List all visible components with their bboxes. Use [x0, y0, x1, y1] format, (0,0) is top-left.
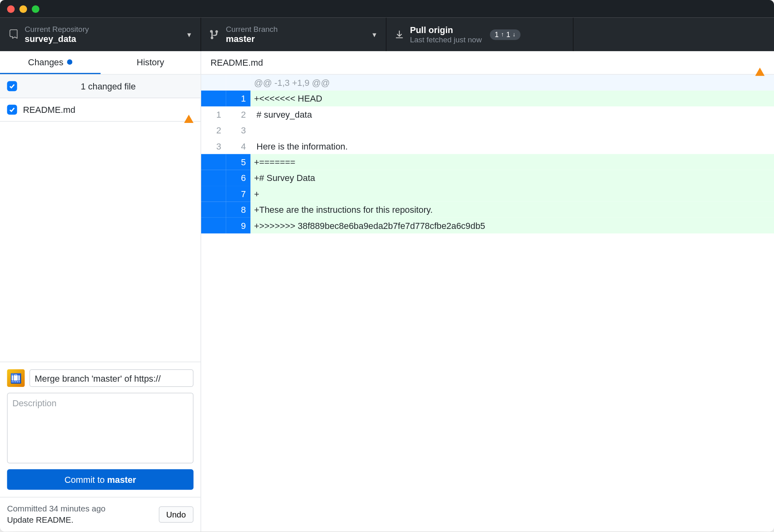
- changed-files-count: 1 changed file: [23, 81, 194, 91]
- maximize-icon[interactable]: [32, 5, 40, 12]
- diff-line[interactable]: 12 # survey_data: [201, 106, 774, 122]
- arrow-down-icon: ↓: [513, 31, 516, 37]
- diff-line[interactable]: 1+<<<<<<< HEAD: [201, 91, 774, 106]
- diff-pane: README.md @@ -1,3 +1,9 @@1+<<<<<<< HEAD1…: [201, 51, 774, 532]
- app-window: Current Repository survey_data ▼ Current…: [0, 0, 774, 532]
- pull-title: Pull origin: [410, 25, 482, 35]
- minimize-icon[interactable]: [19, 5, 27, 12]
- diff-hunk-header: @@ -1,3 +1,9 @@: [201, 75, 774, 90]
- file-checkbox[interactable]: [7, 105, 17, 115]
- file-name: README.md: [23, 105, 178, 115]
- toolbar: Current Repository survey_data ▼ Current…: [0, 18, 774, 51]
- arrow-up-icon: ↑: [501, 31, 504, 37]
- commit-description-input[interactable]: [7, 393, 194, 463]
- file-list: README.md: [0, 98, 201, 122]
- behind-count: 1: [495, 30, 499, 38]
- download-icon: [395, 30, 404, 39]
- branch-label: Current Branch: [226, 25, 278, 34]
- diff-filename: README.md: [210, 58, 263, 68]
- file-row[interactable]: README.md: [0, 98, 201, 122]
- titlebar: [0, 0, 774, 18]
- ahead-behind-badge: 1↑ 1↓: [490, 29, 520, 39]
- commit-button[interactable]: Commit to master: [7, 470, 194, 490]
- diff-line[interactable]: 5+=======: [201, 154, 774, 170]
- branch-selector[interactable]: Current Branch master ▼: [201, 18, 387, 51]
- pull-subtitle: Last fetched just now: [410, 35, 482, 44]
- repo-value: survey_data: [25, 34, 89, 44]
- diff-line[interactable]: 7+: [201, 186, 774, 202]
- chevron-down-icon: ▼: [360, 31, 378, 38]
- commit-button-prefix: Commit to: [64, 475, 107, 485]
- branch-icon: [209, 29, 220, 39]
- commit-summary-input[interactable]: [29, 370, 194, 387]
- diff-line[interactable]: 34 Here is the information.: [201, 138, 774, 154]
- warning-icon: [184, 105, 194, 115]
- pull-button[interactable]: Pull origin Last fetched just now 1↑ 1↓: [387, 18, 574, 51]
- last-commit-message: Update README.: [7, 515, 152, 526]
- tab-changes-label: Changes: [28, 57, 64, 67]
- repo-label: Current Repository: [25, 25, 89, 34]
- chevron-down-icon: ▼: [174, 31, 192, 38]
- undo-button[interactable]: Undo: [158, 506, 194, 523]
- tab-changes[interactable]: Changes: [0, 51, 100, 74]
- repo-icon: [8, 29, 19, 39]
- changes-indicator-icon: [67, 59, 72, 64]
- main-area: Changes History 1 changed file README.md…: [0, 51, 774, 532]
- changed-files-header: 1 changed file: [0, 75, 201, 98]
- last-commit-bar: Committed 34 minutes ago Update README. …: [0, 497, 201, 532]
- ahead-count: 1: [506, 30, 510, 38]
- warning-icon: [755, 58, 764, 68]
- last-commit-time: Committed 34 minutes ago: [7, 503, 152, 515]
- repo-selector[interactable]: Current Repository survey_data ▼: [0, 18, 201, 51]
- sidebar: Changes History 1 changed file README.md…: [0, 51, 201, 532]
- avatar: 🛄: [7, 370, 25, 387]
- sidebar-tabs: Changes History: [0, 51, 201, 75]
- tab-history-label: History: [137, 57, 164, 67]
- diff-header: README.md: [201, 51, 774, 75]
- commit-form: 🛄 Commit to master: [0, 362, 201, 497]
- diff-body[interactable]: @@ -1,3 +1,9 @@1+<<<<<<< HEAD12 # survey…: [201, 75, 774, 532]
- diff-line[interactable]: 23: [201, 122, 774, 138]
- select-all-checkbox[interactable]: [7, 81, 17, 91]
- commit-button-branch: master: [107, 475, 136, 485]
- branch-value: master: [226, 34, 278, 44]
- close-icon[interactable]: [7, 5, 15, 12]
- tab-history[interactable]: History: [100, 51, 201, 74]
- diff-line[interactable]: 8+These are the instructions for this re…: [201, 202, 774, 217]
- diff-line[interactable]: 6+# Survey Data: [201, 170, 774, 186]
- diff-line[interactable]: 9+>>>>>>> 38f889bec8e6ba9eda2b7fe7d778cf…: [201, 218, 774, 233]
